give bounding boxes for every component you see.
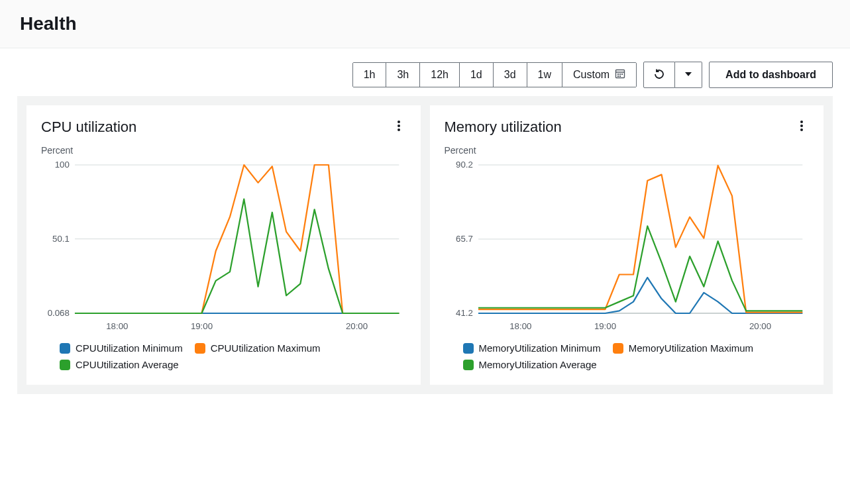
legend-item[interactable]: CPUUtilization Maximum <box>195 342 321 354</box>
chart-title-cpu: CPU utilization <box>41 119 136 136</box>
chart-menu-cpu[interactable] <box>392 117 406 137</box>
caret-down-icon <box>684 70 692 80</box>
range-3d[interactable]: 3d <box>494 63 527 87</box>
kebab-icon <box>800 123 804 134</box>
range-1h[interactable]: 1h <box>353 63 387 87</box>
range-3h[interactable]: 3h <box>386 63 420 87</box>
legend-item[interactable]: MemoryUtilization Average <box>463 359 597 370</box>
chart-menu-memory[interactable] <box>794 117 809 137</box>
svg-text:41.2: 41.2 <box>456 308 473 318</box>
refresh-button[interactable] <box>643 62 675 88</box>
range-12h[interactable]: 12h <box>420 63 460 87</box>
legend-swatch <box>463 343 474 354</box>
svg-text:90.2: 90.2 <box>456 161 473 170</box>
chart-card-memory: Memory utilization Percent 41.265.790.21… <box>430 105 824 385</box>
refresh-options-button[interactable] <box>675 62 702 88</box>
legend-label: MemoryUtilization Average <box>479 359 597 370</box>
legend-swatch <box>463 360 474 370</box>
legend-item[interactable]: CPUUtilization Average <box>60 359 179 370</box>
svg-text:18:00: 18:00 <box>106 321 128 331</box>
legend-label: MemoryUtilization Maximum <box>629 342 753 354</box>
svg-text:19:00: 19:00 <box>191 321 213 331</box>
time-range-group: 1h 3h 12h 1d 3d 1w Custom <box>352 62 637 87</box>
legend-swatch <box>613 343 623 354</box>
refresh-icon <box>653 68 665 82</box>
svg-point-7 <box>398 121 400 123</box>
legend-memory: MemoryUtilization Minimum MemoryUtilizat… <box>445 342 810 370</box>
chart-card-cpu: CPU utilization Percent 0.06850.110018:0… <box>27 105 421 385</box>
svg-point-8 <box>398 125 400 127</box>
legend-cpu: CPUUtilization Minimum CPUUtilization Ma… <box>41 342 406 370</box>
range-1w[interactable]: 1w <box>527 63 562 87</box>
svg-rect-5 <box>617 76 619 77</box>
range-1d[interactable]: 1d <box>460 63 494 87</box>
legend-label: CPUUtilization Maximum <box>211 342 321 354</box>
add-to-dashboard-button[interactable]: Add to dashboard <box>709 62 833 88</box>
svg-text:50.1: 50.1 <box>52 234 70 244</box>
svg-point-22 <box>800 128 803 131</box>
ylabel-memory: Percent <box>445 145 810 156</box>
chart-panels: CPU utilization Percent 0.06850.110018:0… <box>17 96 833 394</box>
svg-text:20:00: 20:00 <box>749 321 770 331</box>
svg-text:18:00: 18:00 <box>509 321 531 331</box>
legend-item[interactable]: MemoryUtilization Maximum <box>613 342 753 354</box>
legend-item[interactable]: CPUUtilization Minimum <box>60 342 183 354</box>
refresh-group <box>643 62 702 88</box>
legend-label: CPUUtilization Minimum <box>76 342 183 354</box>
svg-text:0.068: 0.068 <box>48 308 70 318</box>
svg-point-21 <box>800 125 803 127</box>
kebab-icon <box>397 123 401 134</box>
range-custom-label: Custom <box>573 69 610 81</box>
legend-label: MemoryUtilization Minimum <box>479 342 601 354</box>
ylabel-cpu: Percent <box>41 145 406 156</box>
chart-plot-cpu: 0.06850.110018:0019:0020:00 <box>41 161 406 333</box>
svg-text:100: 100 <box>55 161 70 170</box>
legend-swatch <box>60 360 70 370</box>
svg-rect-6 <box>619 76 621 77</box>
svg-point-9 <box>398 128 400 131</box>
svg-text:19:00: 19:00 <box>594 321 615 331</box>
legend-label: CPUUtilization Average <box>76 359 179 370</box>
svg-text:65.7: 65.7 <box>456 234 473 244</box>
svg-rect-3 <box>619 74 621 75</box>
page-title: Health <box>20 13 830 34</box>
chart-plot-memory: 41.265.790.218:0019:0020:00 <box>445 161 810 333</box>
range-custom[interactable]: Custom <box>562 63 636 87</box>
svg-rect-4 <box>621 74 623 75</box>
calendar-icon <box>615 68 625 81</box>
chart-title-memory: Memory utilization <box>445 119 562 136</box>
svg-point-20 <box>800 121 803 123</box>
toolbar: 1h 3h 12h 1d 3d 1w Custom <box>17 48 833 96</box>
svg-rect-2 <box>617 74 619 75</box>
svg-text:20:00: 20:00 <box>346 321 368 331</box>
legend-swatch <box>195 343 205 354</box>
legend-item[interactable]: MemoryUtilization Minimum <box>463 342 601 354</box>
legend-swatch <box>60 343 70 354</box>
